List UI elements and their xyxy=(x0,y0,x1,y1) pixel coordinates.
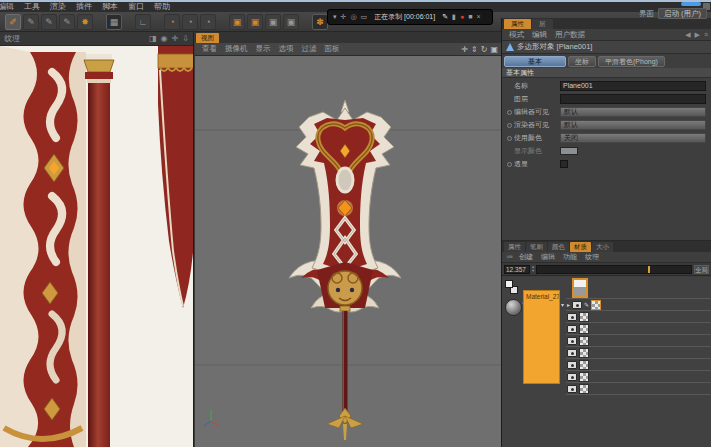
tab-layers[interactable]: 层 xyxy=(532,19,553,29)
viewport-menu-view[interactable]: 查看 xyxy=(198,44,221,54)
channel-thumbnail[interactable] xyxy=(579,360,589,370)
global-button[interactable]: 全局 xyxy=(694,265,709,274)
list-icon[interactable]: ≔ xyxy=(504,253,515,261)
material-preview-sphere[interactable] xyxy=(505,299,522,316)
mat-menu-function[interactable]: 功能 xyxy=(559,252,581,262)
history-forward-icon[interactable]: ▶ xyxy=(695,31,700,39)
maximize-icon[interactable]: ▣ xyxy=(490,45,498,54)
keyframe-dot-icon[interactable] xyxy=(507,162,512,167)
channel-visibility-toggle[interactable] xyxy=(567,325,577,333)
zoom-value-input[interactable]: 12.357 xyxy=(504,265,530,274)
zoom-icon[interactable]: ⇕ xyxy=(471,45,478,54)
zoom-slider[interactable] xyxy=(536,265,692,274)
foreground-color-swatch[interactable] xyxy=(505,280,513,288)
channel-expand-icon[interactable]: ▸ xyxy=(567,301,570,308)
channel-thumbnail[interactable] xyxy=(579,312,589,322)
camera-icon[interactable]: ◨ xyxy=(149,34,157,43)
channel-thumbnail[interactable] xyxy=(591,300,601,310)
render-settings-icon[interactable]: ◔ xyxy=(200,14,216,30)
display-color-swatch[interactable] xyxy=(560,147,578,155)
primitive-object-icon[interactable]: ▣ xyxy=(283,14,299,30)
mat-menu-texture[interactable]: 纹理 xyxy=(581,252,603,262)
viewport-menu-panel[interactable]: 面板 xyxy=(321,44,344,54)
attr-menu-edit[interactable]: 编辑 xyxy=(528,30,551,40)
menu-script[interactable]: 脚本 xyxy=(97,2,123,12)
channel-thumbnail[interactable] xyxy=(579,324,589,334)
render-view-icon[interactable]: ◔ xyxy=(164,14,180,30)
recorder-pencil-icon[interactable]: ✎ xyxy=(442,10,448,24)
smear-brush-tool-icon[interactable]: ✎ xyxy=(41,14,57,30)
mat-menu-edit[interactable]: 编辑 xyxy=(537,252,559,262)
primitive-cube-icon[interactable]: ▣ xyxy=(229,14,245,30)
channel-visibility-toggle[interactable] xyxy=(572,301,582,309)
pan-icon[interactable]: ✛ xyxy=(461,45,468,54)
channel-pencil-icon[interactable]: ✎ xyxy=(584,301,589,308)
name-input[interactable]: Plane001 xyxy=(560,81,706,91)
channel-thumbnail[interactable] xyxy=(579,336,589,346)
dock-icon[interactable]: ⇩ xyxy=(182,34,189,43)
recorder-stop-icon[interactable]: ■ xyxy=(468,10,472,24)
rotate-icon[interactable]: ↻ xyxy=(481,45,488,54)
stepper-icon[interactable]: ▴▾ xyxy=(532,265,534,273)
channel-thumbnail[interactable] xyxy=(579,384,589,394)
channel-visibility-toggle[interactable] xyxy=(567,385,577,393)
use-color-dropdown[interactable]: 关闭 xyxy=(560,133,706,143)
recorder-region-icon[interactable]: ▭ xyxy=(361,10,368,24)
recorder-close-icon[interactable]: × xyxy=(476,10,480,24)
material-expand-icon[interactable]: ▾ xyxy=(561,301,564,308)
zoom-slider-handle[interactable] xyxy=(648,266,650,273)
tab-brush[interactable]: 笔刷 xyxy=(526,242,547,252)
primitive-sphere-icon[interactable]: ▣ xyxy=(247,14,263,30)
clone-brush-tool-icon[interactable]: ✎ xyxy=(23,14,39,30)
menu-render[interactable]: 渲染 xyxy=(45,2,71,12)
pattern-stamp-tool-icon[interactable]: ▦ xyxy=(106,14,122,30)
menu-plugins[interactable]: 插件 xyxy=(71,2,97,12)
channel-thumbnail[interactable] xyxy=(579,348,589,358)
axes-icon[interactable]: ✛ xyxy=(172,34,179,43)
filter-icon[interactable]: ≡ xyxy=(704,31,708,39)
material-color-swatch[interactable]: Material_27 xyxy=(523,290,560,384)
magic-wand-tool-icon[interactable]: ✸ xyxy=(77,14,93,30)
recorder-record-icon[interactable]: ● xyxy=(460,10,464,24)
recorder-move-icon[interactable]: ✛ xyxy=(341,10,347,24)
active-texture-thumbnail[interactable] xyxy=(572,278,588,298)
keyframe-dot-icon[interactable] xyxy=(507,110,512,115)
channel-visibility-toggle[interactable] xyxy=(567,313,577,321)
spline-flower-icon[interactable]: ✽ xyxy=(312,14,328,30)
menu-help[interactable]: 帮助 xyxy=(149,2,175,12)
recorder-zoom-icon[interactable]: ◎ xyxy=(350,10,356,24)
tab-properties[interactable]: 属性 xyxy=(504,242,525,252)
render-region-icon[interactable]: ◔ xyxy=(182,14,198,30)
channel-visibility-toggle[interactable] xyxy=(567,373,577,381)
channel-visibility-toggle[interactable] xyxy=(567,361,577,369)
viewport-canvas[interactable] xyxy=(195,56,501,447)
viewport-menu-options[interactable]: 选项 xyxy=(275,44,298,54)
history-back-icon[interactable]: ◀ xyxy=(685,31,690,39)
paint-brush-tool-icon[interactable]: ✐ xyxy=(5,14,21,30)
tab-color[interactable]: 颜色 xyxy=(548,242,569,252)
recorder-dropdown-icon[interactable]: ▾ xyxy=(333,10,337,24)
tab-basic[interactable]: 基本 xyxy=(504,56,566,67)
render-visibility-dropdown[interactable]: 默认 xyxy=(560,120,706,130)
menu-edit[interactable]: 编辑 xyxy=(0,2,19,12)
viewport-menu-display[interactable]: 显示 xyxy=(252,44,275,54)
viewport-menu-filter[interactable]: 过滤 xyxy=(298,44,321,54)
channel-visibility-toggle[interactable] xyxy=(567,349,577,357)
primitive-plane-icon[interactable]: ▣ xyxy=(265,14,281,30)
mat-menu-create[interactable]: 创建 xyxy=(515,252,537,262)
xray-checkbox[interactable] xyxy=(560,160,568,168)
tab-phong[interactable]: 平滑着色(Phong) xyxy=(598,56,665,67)
texture-canvas[interactable] xyxy=(0,46,193,447)
dodge-brush-tool-icon[interactable]: ✎ xyxy=(59,14,75,30)
channel-visibility-toggle[interactable] xyxy=(567,337,577,345)
lock-icon[interactable]: ◉ xyxy=(161,34,168,43)
keyframe-dot-icon[interactable] xyxy=(507,136,512,141)
tab-attributes[interactable]: 属性 xyxy=(504,19,531,29)
attr-menu-userdata[interactable]: 用户数据 xyxy=(551,30,589,40)
keyframe-dot-icon[interactable] xyxy=(507,123,512,128)
layout-switcher-value[interactable]: 启动 (用户) xyxy=(658,8,707,19)
menu-tools[interactable]: 工具 xyxy=(19,2,45,12)
viewport-menu-camera[interactable]: 摄像机 xyxy=(221,44,252,54)
menu-window[interactable]: 窗口 xyxy=(123,2,149,12)
recorder-pause-icon[interactable]: ▮ xyxy=(452,10,456,24)
